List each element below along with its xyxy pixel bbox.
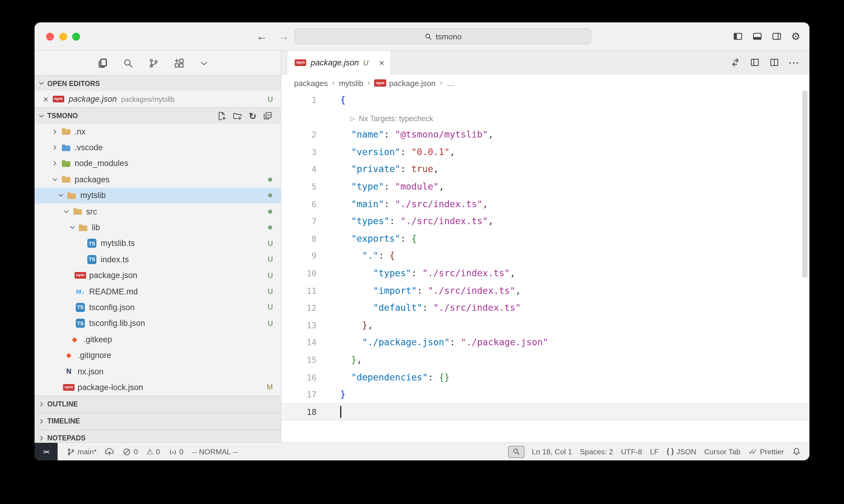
refresh-icon[interactable]: ↻ xyxy=(249,111,257,120)
tree-item-src[interactable]: src xyxy=(35,203,281,220)
open-editors-title: OPEN EDITORS xyxy=(47,80,100,87)
explorer-header[interactable]: TSMONO ↻ xyxy=(35,107,281,124)
breadcrumb-item[interactable]: mytslib xyxy=(339,78,363,88)
collapse-all-icon[interactable] xyxy=(263,111,272,120)
code-line-8: 8 "exports": { xyxy=(281,230,809,248)
section-header-outline[interactable]: OUTLINE xyxy=(35,395,281,412)
tree-item-mytslib.ts[interactable]: TSmytslib.tsU xyxy=(35,235,281,251)
chevron-down-icon[interactable] xyxy=(67,224,77,231)
command-center-search[interactable]: tsmono xyxy=(295,29,591,44)
cursor-tab-item[interactable]: Cursor Tab xyxy=(701,443,744,461)
title-bar[interactable]: ←→ tsmono ⚙ xyxy=(35,22,809,51)
back-arrow-icon[interactable]: ← xyxy=(257,31,268,42)
tree-item-package-lock.json[interactable]: npmpackage-lock.jsonM xyxy=(35,379,281,396)
breadcrumb-item[interactable]: … xyxy=(447,78,454,88)
tree-item-label: src xyxy=(86,207,97,216)
settings-gear-icon[interactable]: ⚙ xyxy=(791,31,800,41)
cursor-position-item[interactable]: Ln 18, Col 1 xyxy=(528,443,576,461)
minimize-window-button[interactable] xyxy=(59,32,67,40)
layout-controls: ⚙ xyxy=(733,22,800,50)
chevron-down-icon[interactable] xyxy=(61,208,71,215)
source-control-icon[interactable] xyxy=(149,58,159,68)
status-item-text: Prettier xyxy=(760,447,784,456)
layout-panel-icon[interactable] xyxy=(753,32,762,41)
git-status-badge: U xyxy=(268,239,273,248)
chevron-right-icon[interactable] xyxy=(50,128,60,135)
code-line-12: 12 "default": "./src/index.ts" xyxy=(281,299,809,317)
folder-tan xyxy=(60,175,71,184)
indentation-item[interactable]: Spaces: 2 xyxy=(576,443,617,461)
tree-item-README.md[interactable]: M↓README.mdU xyxy=(35,284,281,300)
formatter-item[interactable]: ✓✓Prettier xyxy=(745,443,788,461)
code-line-2: 2 "name": "@tsmono/mytslib", xyxy=(281,126,809,143)
tree-item-.nx[interactable]: .nx xyxy=(35,124,281,140)
warnings-item[interactable]: ⚠0 xyxy=(143,443,164,461)
search-text: tsmono xyxy=(436,32,461,41)
section-header-timeline[interactable]: TIMELINE xyxy=(35,412,281,429)
ports-item[interactable]: 0 xyxy=(165,443,187,461)
files-icon[interactable] xyxy=(98,58,108,68)
tree-item-nx.json[interactable]: Nnx.json xyxy=(35,363,281,379)
chevron-down-icon[interactable] xyxy=(200,58,209,68)
tree-item-lib[interactable]: lib xyxy=(35,220,281,236)
ellipsis-icon[interactable]: ··· xyxy=(789,58,800,67)
open-editor-item[interactable]: × npm package.json packages/mytslib U xyxy=(35,91,281,107)
branch-icon xyxy=(67,447,75,456)
zoom-window-button[interactable] xyxy=(72,32,80,40)
forward-arrow-icon[interactable]: → xyxy=(278,31,289,42)
remote-indicator[interactable]: >< xyxy=(35,443,57,461)
publish-item[interactable] xyxy=(102,443,118,461)
tree-item-tsconfig.lib.json[interactable]: TStsconfig.lib.jsonU xyxy=(35,315,281,331)
file-tree: .nx.vscodenode_modulespackagesmytslibsrc… xyxy=(35,124,281,395)
open-changes-icon[interactable] xyxy=(730,57,740,67)
warning-icon: ⚠ xyxy=(147,448,153,455)
vim-mode-item[interactable]: -- NORMAL -- xyxy=(188,443,241,461)
search-icon[interactable] xyxy=(123,58,133,68)
close-tab-icon[interactable]: × xyxy=(379,58,384,67)
tree-item-.gitkeep[interactable]: ◆.gitkeep xyxy=(35,331,281,347)
tree-item-package.json[interactable]: npmpackage.jsonU xyxy=(35,267,281,284)
layout-sidebar-right-icon[interactable] xyxy=(772,32,781,41)
sidebar-bottom-sections: OUTLINE TIMELINE NOTEPADS xyxy=(35,395,281,446)
chevron-down-icon[interactable] xyxy=(55,192,66,199)
tree-item-.vscode[interactable]: .vscode xyxy=(35,140,281,156)
chevron-right-icon[interactable] xyxy=(50,144,60,151)
status-item-text: Spaces: 2 xyxy=(580,447,613,456)
breadcrumb-item[interactable]: npmpackage.json xyxy=(374,78,436,88)
tree-item-index.ts[interactable]: TSindex.tsU xyxy=(35,251,281,267)
eol-item[interactable]: LF xyxy=(646,443,662,461)
split-editor-icon[interactable] xyxy=(770,57,779,67)
sidebar: OPEN EDITORS × npm package.json packages… xyxy=(35,51,281,442)
layout-sidebar-icon[interactable] xyxy=(733,32,743,41)
code-lens-nx-targets[interactable]: ▷Nx Targets: typecheck xyxy=(350,110,433,127)
encoding-item[interactable]: UTF-8 xyxy=(617,443,646,461)
errors-item[interactable]: 0 xyxy=(119,443,142,461)
ts-icon: TS xyxy=(74,319,86,328)
tree-item-packages[interactable]: packages xyxy=(35,172,281,187)
code-editor[interactable]: 1{▷Nx Targets: typecheck2 "name": "@tsmo… xyxy=(281,91,809,442)
breadcrumb-separator: › xyxy=(440,79,442,87)
extensions-icon[interactable] xyxy=(174,58,184,68)
open-editors-header[interactable]: OPEN EDITORS xyxy=(35,75,281,91)
code-line-17: 17} xyxy=(281,386,809,403)
new-folder-icon[interactable] xyxy=(233,111,242,120)
open-preview-icon[interactable] xyxy=(750,57,760,67)
chevron-right-icon[interactable] xyxy=(50,160,60,167)
close-icon[interactable]: × xyxy=(43,94,49,104)
close-window-button[interactable] xyxy=(46,32,54,40)
line-number: 18 xyxy=(281,403,316,420)
chevron-down-icon[interactable] xyxy=(50,176,60,183)
git-branch-item[interactable]: main* xyxy=(63,443,100,461)
vertical-scrollbar[interactable] xyxy=(802,91,808,277)
tree-item-.gitignore[interactable]: ◆.gitignore xyxy=(35,347,281,363)
language-mode-item[interactable]: { }JSON xyxy=(663,443,700,461)
tree-item-tsconfig.json[interactable]: TStsconfig.jsonU xyxy=(35,300,281,316)
tree-item-node_modules[interactable]: node_modules xyxy=(35,156,281,172)
notifications-item[interactable] xyxy=(788,443,805,461)
tab-package-json[interactable]: npm package.json U × xyxy=(287,51,391,74)
breadcrumb-item[interactable]: packages xyxy=(294,78,328,88)
desktop: ←→ tsmono ⚙ OPEN EDITORS × npm package.j… xyxy=(0,0,844,504)
tree-item-mytslib[interactable]: mytslib xyxy=(35,187,281,203)
new-file-icon[interactable] xyxy=(217,111,226,120)
screencast-zoom-item[interactable] xyxy=(508,446,524,458)
